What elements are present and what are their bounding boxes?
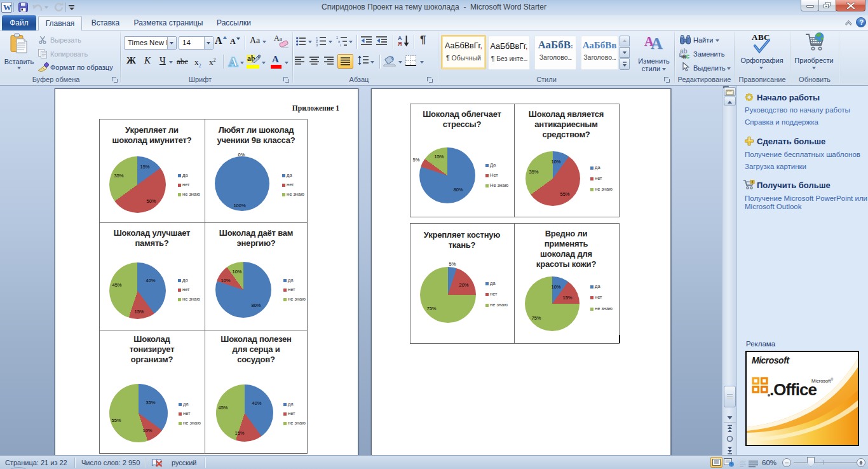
svg-text:i: i [340,43,341,46]
svg-text:А: А [229,55,238,69]
svg-text:3: 3 [316,43,318,47]
